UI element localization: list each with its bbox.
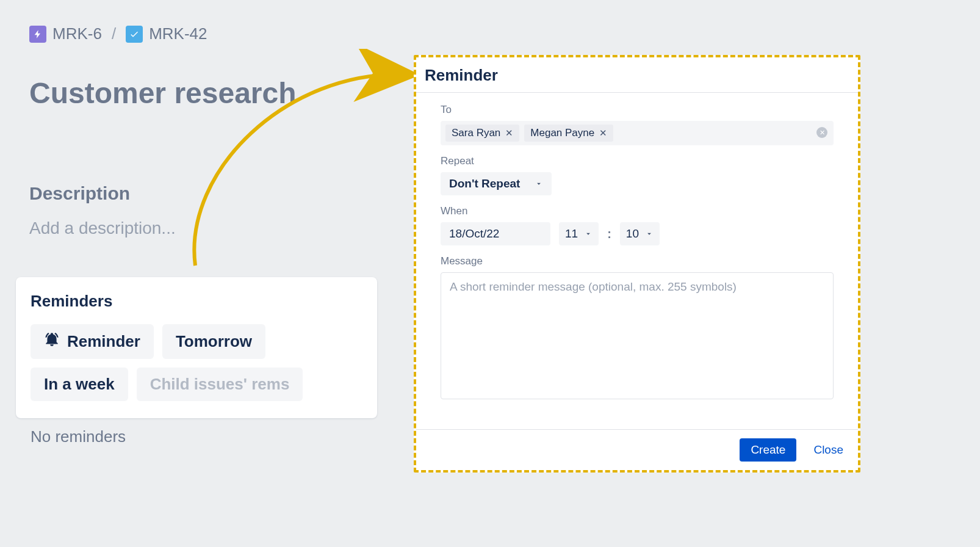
- clear-recipients-icon[interactable]: [816, 127, 827, 138]
- tomorrow-button[interactable]: Tomorrow: [162, 324, 265, 359]
- repeat-selected-value: Don't Repeat: [449, 177, 520, 190]
- in-a-week-button[interactable]: In a week: [31, 368, 128, 401]
- in-a-week-button-label: In a week: [44, 375, 115, 394]
- recipient-chip: Megan Payne ✕: [524, 125, 613, 142]
- breadcrumb-item-parent[interactable]: MRK-6: [29, 24, 102, 43]
- child-issues-rems-label: Child issues' rems: [150, 375, 290, 394]
- dialog-title: Reminder: [416, 57, 858, 93]
- description-placeholder[interactable]: Add a description...: [29, 219, 395, 238]
- create-button[interactable]: Create: [740, 438, 796, 462]
- remove-recipient-icon[interactable]: ✕: [599, 128, 607, 139]
- hour-value: 11: [565, 227, 578, 241]
- epic-icon: [29, 26, 46, 43]
- breadcrumb-separator: /: [112, 24, 116, 43]
- issue-title[interactable]: Customer research: [29, 76, 395, 110]
- reminders-title: Reminders: [31, 292, 362, 311]
- close-button[interactable]: Close: [810, 443, 847, 457]
- reminder-dialog: Reminder To Sara Ryan ✕ Megan Payne ✕ Re…: [414, 55, 860, 473]
- dialog-footer: Create Close: [416, 429, 858, 470]
- to-field[interactable]: Sara Ryan ✕ Megan Payne ✕: [441, 121, 834, 145]
- chevron-down-icon: [584, 230, 593, 238]
- child-issues-rems-button[interactable]: Child issues' rems: [137, 368, 303, 401]
- reminder-button[interactable]: Reminder: [31, 324, 154, 359]
- to-label: To: [441, 104, 834, 116]
- task-icon: [126, 26, 143, 43]
- breadcrumb-item-current-key: MRK-42: [149, 24, 207, 43]
- time-separator: :: [607, 227, 611, 241]
- repeat-label: Repeat: [441, 155, 834, 167]
- minute-value: 10: [626, 227, 639, 241]
- hour-select[interactable]: 11: [559, 222, 599, 245]
- date-input[interactable]: 18/Oct/22: [441, 222, 550, 245]
- breadcrumb-item-current[interactable]: MRK-42: [126, 24, 207, 43]
- chevron-down-icon: [645, 230, 654, 238]
- tomorrow-button-label: Tomorrow: [176, 332, 252, 351]
- breadcrumb-item-parent-key: MRK-6: [52, 24, 102, 43]
- description-heading: Description: [29, 183, 395, 204]
- recipient-name: Megan Payne: [530, 127, 594, 139]
- when-label: When: [441, 205, 834, 217]
- message-label: Message: [441, 255, 834, 267]
- message-textarea[interactable]: [441, 272, 834, 399]
- reminders-card: Reminders Reminder Tomorrow In a week Ch…: [16, 277, 377, 418]
- minute-select[interactable]: 10: [620, 222, 660, 245]
- remove-recipient-icon[interactable]: ✕: [505, 128, 513, 139]
- chevron-down-icon: [535, 179, 543, 188]
- recipient-name: Sara Ryan: [452, 127, 500, 139]
- reminder-button-label: Reminder: [67, 332, 140, 351]
- no-reminders-text: No reminders: [31, 427, 126, 446]
- bell-icon: [44, 331, 60, 352]
- breadcrumb: MRK-6 / MRK-42: [29, 24, 395, 43]
- recipient-chip: Sara Ryan ✕: [445, 125, 519, 142]
- repeat-select[interactable]: Don't Repeat: [441, 172, 552, 195]
